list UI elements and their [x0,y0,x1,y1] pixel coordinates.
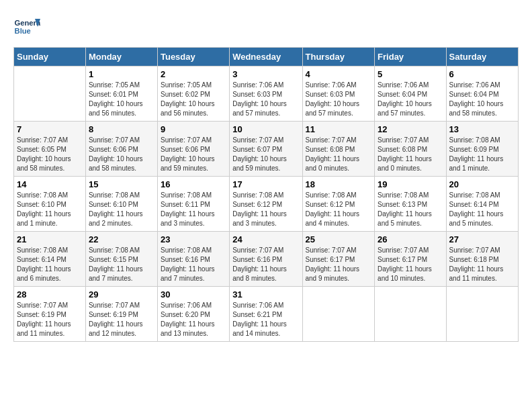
day-number: 13 [449,124,515,134]
calendar-cell: 17Sunrise: 7:08 AM Sunset: 6:12 PM Dayli… [230,177,302,232]
day-number: 2 [161,69,226,79]
calendar-cell: 15Sunrise: 7:08 AM Sunset: 6:10 PM Dayli… [85,177,157,232]
calendar-cell: 16Sunrise: 7:08 AM Sunset: 6:11 PM Dayli… [157,177,229,232]
calendar-cell: 30Sunrise: 7:06 AM Sunset: 6:20 PM Dayli… [157,287,229,342]
calendar-cell: 26Sunrise: 7:07 AM Sunset: 6:17 PM Dayli… [375,232,446,287]
calendar-cell: 1Sunrise: 7:05 AM Sunset: 6:01 PM Daylig… [85,66,157,122]
calendar-week-row: 14Sunrise: 7:08 AM Sunset: 6:10 PM Dayli… [14,177,519,232]
weekday-header: Saturday [446,48,518,66]
calendar-cell: 4Sunrise: 7:06 AM Sunset: 6:03 PM Daylig… [302,66,375,122]
calendar-cell: 9Sunrise: 7:07 AM Sunset: 6:06 PM Daylig… [157,122,229,177]
weekday-header: Tuesday [157,48,229,66]
day-number: 20 [449,179,515,189]
day-info: Sunrise: 7:07 AM Sunset: 6:17 PM Dayligh… [306,246,372,283]
calendar-cell: 13Sunrise: 7:08 AM Sunset: 6:09 PM Dayli… [446,122,518,177]
day-info: Sunrise: 7:08 AM Sunset: 6:09 PM Dayligh… [449,136,515,173]
weekday-header: Friday [375,48,446,66]
day-info: Sunrise: 7:05 AM Sunset: 6:01 PM Dayligh… [89,81,154,118]
day-info: Sunrise: 7:07 AM Sunset: 6:17 PM Dayligh… [378,246,443,283]
day-number: 24 [232,234,299,244]
day-number: 9 [161,124,226,134]
day-info: Sunrise: 7:08 AM Sunset: 6:10 PM Dayligh… [89,191,154,228]
calendar-week-row: 1Sunrise: 7:05 AM Sunset: 6:01 PM Daylig… [14,66,519,122]
day-number: 3 [232,69,299,79]
calendar-cell: 24Sunrise: 7:07 AM Sunset: 6:16 PM Dayli… [230,232,302,287]
day-info: Sunrise: 7:07 AM Sunset: 6:16 PM Dayligh… [232,246,299,283]
day-number: 10 [232,124,299,134]
calendar-cell: 3Sunrise: 7:06 AM Sunset: 6:03 PM Daylig… [230,66,302,122]
calendar-cell [446,287,518,342]
day-info: Sunrise: 7:06 AM Sunset: 6:21 PM Dayligh… [232,301,299,338]
day-info: Sunrise: 7:06 AM Sunset: 6:04 PM Dayligh… [449,81,515,118]
day-info: Sunrise: 7:08 AM Sunset: 6:16 PM Dayligh… [161,246,226,283]
calendar-cell: 31Sunrise: 7:06 AM Sunset: 6:21 PM Dayli… [230,287,302,342]
calendar-body: 1Sunrise: 7:05 AM Sunset: 6:01 PM Daylig… [14,66,519,342]
day-number: 23 [161,234,226,244]
page-header: General Blue [13,13,519,40]
day-number: 15 [89,179,154,189]
day-info: Sunrise: 7:08 AM Sunset: 6:13 PM Dayligh… [378,191,443,228]
day-number: 26 [378,234,443,244]
weekday-header: Sunday [14,48,86,66]
day-number: 25 [306,234,372,244]
day-number: 29 [89,289,154,300]
day-number: 22 [89,234,154,244]
weekday-header: Wednesday [230,48,302,66]
day-info: Sunrise: 7:08 AM Sunset: 6:12 PM Dayligh… [306,191,372,228]
day-info: Sunrise: 7:07 AM Sunset: 6:18 PM Dayligh… [449,246,515,283]
day-info: Sunrise: 7:08 AM Sunset: 6:11 PM Dayligh… [161,191,226,228]
calendar-cell: 8Sunrise: 7:07 AM Sunset: 6:06 PM Daylig… [85,122,157,177]
day-info: Sunrise: 7:08 AM Sunset: 6:10 PM Dayligh… [17,191,83,228]
day-info: Sunrise: 7:06 AM Sunset: 6:03 PM Dayligh… [306,81,372,118]
day-number: 8 [89,124,154,134]
day-number: 1 [89,69,154,79]
calendar-cell [302,287,375,342]
day-number: 17 [232,179,299,189]
calendar-cell: 19Sunrise: 7:08 AM Sunset: 6:13 PM Dayli… [375,177,446,232]
calendar-cell: 20Sunrise: 7:08 AM Sunset: 6:14 PM Dayli… [446,177,518,232]
day-number: 19 [378,179,443,189]
calendar-cell: 2Sunrise: 7:05 AM Sunset: 6:02 PM Daylig… [157,66,229,122]
calendar-cell [375,287,446,342]
calendar-cell: 7Sunrise: 7:07 AM Sunset: 6:05 PM Daylig… [14,122,86,177]
day-info: Sunrise: 7:08 AM Sunset: 6:14 PM Dayligh… [449,191,515,228]
day-info: Sunrise: 7:08 AM Sunset: 6:12 PM Dayligh… [232,191,299,228]
weekday-header: Thursday [302,48,375,66]
calendar-cell: 11Sunrise: 7:07 AM Sunset: 6:08 PM Dayli… [302,122,375,177]
day-info: Sunrise: 7:08 AM Sunset: 6:15 PM Dayligh… [89,246,154,283]
day-info: Sunrise: 7:07 AM Sunset: 6:06 PM Dayligh… [89,136,154,173]
day-number: 16 [161,179,226,189]
calendar-cell: 14Sunrise: 7:08 AM Sunset: 6:10 PM Dayli… [14,177,86,232]
calendar-week-row: 21Sunrise: 7:08 AM Sunset: 6:14 PM Dayli… [14,232,519,287]
day-number: 21 [17,234,83,244]
day-info: Sunrise: 7:06 AM Sunset: 6:04 PM Dayligh… [378,81,443,118]
calendar-cell: 25Sunrise: 7:07 AM Sunset: 6:17 PM Dayli… [302,232,375,287]
logo: General Blue [13,13,44,40]
day-info: Sunrise: 7:06 AM Sunset: 6:03 PM Dayligh… [232,81,299,118]
logo-icon: General Blue [13,13,40,40]
calendar-week-row: 28Sunrise: 7:07 AM Sunset: 6:19 PM Dayli… [14,287,519,342]
day-number: 28 [17,289,83,300]
calendar-cell: 12Sunrise: 7:07 AM Sunset: 6:08 PM Dayli… [375,122,446,177]
day-number: 6 [449,69,515,79]
day-info: Sunrise: 7:07 AM Sunset: 6:19 PM Dayligh… [17,301,83,338]
day-info: Sunrise: 7:05 AM Sunset: 6:02 PM Dayligh… [161,81,226,118]
calendar-cell: 21Sunrise: 7:08 AM Sunset: 6:14 PM Dayli… [14,232,86,287]
day-number: 12 [378,124,443,134]
day-number: 7 [17,124,83,134]
day-info: Sunrise: 7:08 AM Sunset: 6:14 PM Dayligh… [17,246,83,283]
weekday-header: Monday [85,48,157,66]
calendar-cell: 29Sunrise: 7:07 AM Sunset: 6:19 PM Dayli… [85,287,157,342]
day-info: Sunrise: 7:07 AM Sunset: 6:19 PM Dayligh… [89,301,154,338]
calendar-cell: 22Sunrise: 7:08 AM Sunset: 6:15 PM Dayli… [85,232,157,287]
day-number: 4 [306,69,372,79]
calendar-cell: 6Sunrise: 7:06 AM Sunset: 6:04 PM Daylig… [446,66,518,122]
day-info: Sunrise: 7:07 AM Sunset: 6:06 PM Dayligh… [161,136,226,173]
day-info: Sunrise: 7:07 AM Sunset: 6:08 PM Dayligh… [378,136,443,173]
calendar-cell: 27Sunrise: 7:07 AM Sunset: 6:18 PM Dayli… [446,232,518,287]
calendar-cell [14,66,86,122]
day-number: 30 [161,289,226,300]
calendar-week-row: 7Sunrise: 7:07 AM Sunset: 6:05 PM Daylig… [14,122,519,177]
calendar-cell: 10Sunrise: 7:07 AM Sunset: 6:07 PM Dayli… [230,122,302,177]
calendar-cell: 18Sunrise: 7:08 AM Sunset: 6:12 PM Dayli… [302,177,375,232]
